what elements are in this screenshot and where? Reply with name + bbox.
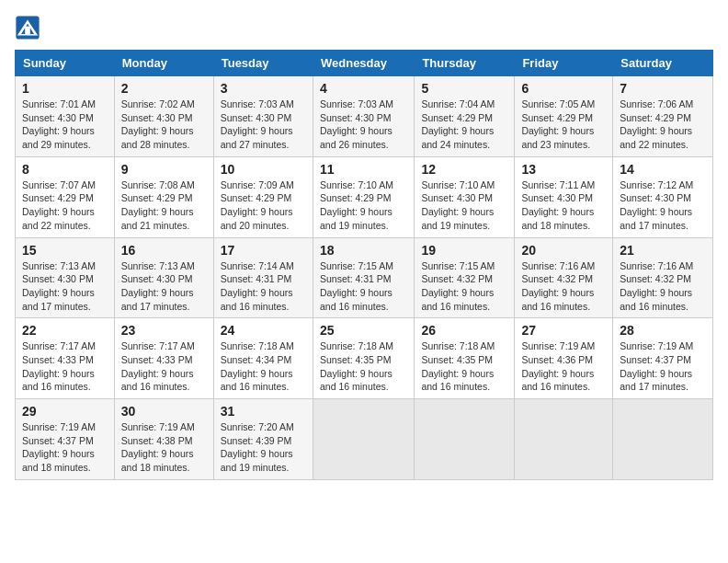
day-header-sunday: Sunday xyxy=(16,51,115,76)
calendar-cell: 17 Sunrise: 7:14 AMSunset: 4:31 PMDaylig… xyxy=(213,237,313,318)
day-info: Sunrise: 7:17 AMSunset: 4:33 PMDaylight:… xyxy=(22,339,108,394)
calendar-cell: 15 Sunrise: 7:13 AMSunset: 4:30 PMDaylig… xyxy=(16,237,115,318)
day-number: 29 xyxy=(22,404,108,419)
calendar-week-3: 15 Sunrise: 7:13 AMSunset: 4:30 PMDaylig… xyxy=(16,237,713,318)
day-number: 22 xyxy=(22,323,108,338)
day-info: Sunrise: 7:15 AMSunset: 4:32 PMDaylight:… xyxy=(421,259,507,314)
day-number: 28 xyxy=(620,323,706,338)
logo-icon xyxy=(15,15,40,40)
calendar-cell: 30 Sunrise: 7:19 AMSunset: 4:38 PMDaylig… xyxy=(114,399,213,480)
day-number: 27 xyxy=(521,323,606,338)
day-number: 25 xyxy=(320,323,407,338)
day-number: 19 xyxy=(421,243,507,258)
calendar-cell: 10 Sunrise: 7:09 AMSunset: 4:29 PMDaylig… xyxy=(213,156,313,237)
day-number: 3 xyxy=(221,81,306,96)
calendar-cell: 24 Sunrise: 7:18 AMSunset: 4:34 PMDaylig… xyxy=(213,318,313,399)
day-info: Sunrise: 7:14 AMSunset: 4:31 PMDaylight:… xyxy=(221,259,306,314)
day-number: 18 xyxy=(320,243,407,258)
day-info: Sunrise: 7:03 AMSunset: 4:30 PMDaylight:… xyxy=(221,98,306,152)
calendar-cell: 16 Sunrise: 7:13 AMSunset: 4:30 PMDaylig… xyxy=(114,237,213,318)
day-info: Sunrise: 7:09 AMSunset: 4:29 PMDaylight:… xyxy=(221,178,306,233)
calendar-cell: 20 Sunrise: 7:16 AMSunset: 4:32 PMDaylig… xyxy=(515,237,613,318)
day-info: Sunrise: 7:05 AMSunset: 4:29 PMDaylight:… xyxy=(521,98,606,152)
day-info: Sunrise: 7:16 AMSunset: 4:32 PMDaylight:… xyxy=(620,259,706,314)
day-number: 13 xyxy=(521,162,606,177)
day-number: 6 xyxy=(521,81,606,96)
calendar-cell: 5 Sunrise: 7:04 AMSunset: 4:29 PMDayligh… xyxy=(415,76,515,157)
day-header-tuesday: Tuesday xyxy=(213,51,313,76)
day-header-thursday: Thursday xyxy=(415,51,515,76)
day-info: Sunrise: 7:11 AMSunset: 4:30 PMDaylight:… xyxy=(521,178,606,233)
day-info: Sunrise: 7:02 AMSunset: 4:30 PMDaylight:… xyxy=(121,98,207,152)
day-info: Sunrise: 7:06 AMSunset: 4:29 PMDaylight:… xyxy=(620,98,706,152)
day-info: Sunrise: 7:01 AMSunset: 4:30 PMDaylight:… xyxy=(22,98,108,152)
calendar-cell: 7 Sunrise: 7:06 AMSunset: 4:29 PMDayligh… xyxy=(613,76,713,157)
day-number: 10 xyxy=(221,162,306,177)
day-number: 2 xyxy=(121,81,207,96)
day-header-friday: Friday xyxy=(515,51,613,76)
calendar-cell xyxy=(613,399,713,480)
day-info: Sunrise: 7:10 AMSunset: 4:29 PMDaylight:… xyxy=(320,178,407,233)
calendar-cell: 4 Sunrise: 7:03 AMSunset: 4:30 PMDayligh… xyxy=(313,76,414,157)
calendar-cell: 21 Sunrise: 7:16 AMSunset: 4:32 PMDaylig… xyxy=(613,237,713,318)
calendar-cell: 27 Sunrise: 7:19 AMSunset: 4:36 PMDaylig… xyxy=(515,318,613,399)
day-number: 4 xyxy=(320,81,407,96)
svg-rect-3 xyxy=(25,27,30,34)
day-number: 30 xyxy=(121,404,207,419)
day-header-wednesday: Wednesday xyxy=(313,51,414,76)
day-info: Sunrise: 7:19 AMSunset: 4:36 PMDaylight:… xyxy=(521,339,606,394)
day-info: Sunrise: 7:17 AMSunset: 4:33 PMDaylight:… xyxy=(121,339,207,394)
day-number: 31 xyxy=(221,404,306,419)
day-number: 24 xyxy=(221,323,306,338)
day-number: 23 xyxy=(121,323,207,338)
calendar-week-5: 29 Sunrise: 7:19 AMSunset: 4:37 PMDaylig… xyxy=(16,399,713,480)
day-number: 16 xyxy=(121,243,207,258)
day-number: 7 xyxy=(620,81,706,96)
day-number: 17 xyxy=(221,243,306,258)
calendar-week-4: 22 Sunrise: 7:17 AMSunset: 4:33 PMDaylig… xyxy=(16,318,713,399)
calendar-cell: 13 Sunrise: 7:11 AMSunset: 4:30 PMDaylig… xyxy=(515,156,613,237)
day-number: 9 xyxy=(121,162,207,177)
day-info: Sunrise: 7:04 AMSunset: 4:29 PMDaylight:… xyxy=(421,98,507,152)
calendar-cell xyxy=(515,399,613,480)
day-number: 12 xyxy=(421,162,507,177)
day-number: 5 xyxy=(421,81,507,96)
calendar-cell: 9 Sunrise: 7:08 AMSunset: 4:29 PMDayligh… xyxy=(114,156,213,237)
day-info: Sunrise: 7:19 AMSunset: 4:37 PMDaylight:… xyxy=(22,420,108,475)
day-info: Sunrise: 7:10 AMSunset: 4:30 PMDaylight:… xyxy=(421,178,507,233)
calendar-cell: 28 Sunrise: 7:19 AMSunset: 4:37 PMDaylig… xyxy=(613,318,713,399)
calendar-cell: 23 Sunrise: 7:17 AMSunset: 4:33 PMDaylig… xyxy=(114,318,213,399)
day-info: Sunrise: 7:03 AMSunset: 4:30 PMDaylight:… xyxy=(320,98,407,152)
header-row: SundayMondayTuesdayWednesdayThursdayFrid… xyxy=(16,51,713,76)
day-info: Sunrise: 7:13 AMSunset: 4:30 PMDaylight:… xyxy=(22,259,108,314)
calendar-cell: 18 Sunrise: 7:15 AMSunset: 4:31 PMDaylig… xyxy=(313,237,414,318)
calendar-cell: 26 Sunrise: 7:18 AMSunset: 4:35 PMDaylig… xyxy=(415,318,515,399)
calendar-cell: 31 Sunrise: 7:20 AMSunset: 4:39 PMDaylig… xyxy=(213,399,313,480)
day-info: Sunrise: 7:16 AMSunset: 4:32 PMDaylight:… xyxy=(521,259,606,314)
day-number: 1 xyxy=(22,81,108,96)
day-info: Sunrise: 7:15 AMSunset: 4:31 PMDaylight:… xyxy=(320,259,407,314)
day-number: 11 xyxy=(320,162,407,177)
logo xyxy=(15,15,44,40)
calendar-cell: 25 Sunrise: 7:18 AMSunset: 4:35 PMDaylig… xyxy=(313,318,414,399)
calendar-cell: 22 Sunrise: 7:17 AMSunset: 4:33 PMDaylig… xyxy=(16,318,115,399)
day-info: Sunrise: 7:13 AMSunset: 4:30 PMDaylight:… xyxy=(121,259,207,314)
day-info: Sunrise: 7:08 AMSunset: 4:29 PMDaylight:… xyxy=(121,178,207,233)
day-header-saturday: Saturday xyxy=(613,51,713,76)
calendar-week-2: 8 Sunrise: 7:07 AMSunset: 4:29 PMDayligh… xyxy=(16,156,713,237)
day-number: 21 xyxy=(620,243,706,258)
calendar-cell: 3 Sunrise: 7:03 AMSunset: 4:30 PMDayligh… xyxy=(213,76,313,157)
day-number: 14 xyxy=(620,162,706,177)
day-info: Sunrise: 7:19 AMSunset: 4:38 PMDaylight:… xyxy=(121,420,207,475)
calendar-cell: 1 Sunrise: 7:01 AMSunset: 4:30 PMDayligh… xyxy=(16,76,115,157)
day-info: Sunrise: 7:18 AMSunset: 4:35 PMDaylight:… xyxy=(320,339,407,394)
day-info: Sunrise: 7:18 AMSunset: 4:34 PMDaylight:… xyxy=(221,339,306,394)
day-number: 20 xyxy=(521,243,606,258)
day-header-monday: Monday xyxy=(114,51,213,76)
day-number: 8 xyxy=(22,162,108,177)
calendar-cell: 6 Sunrise: 7:05 AMSunset: 4:29 PMDayligh… xyxy=(515,76,613,157)
calendar-cell xyxy=(313,399,414,480)
day-info: Sunrise: 7:18 AMSunset: 4:35 PMDaylight:… xyxy=(421,339,507,394)
day-info: Sunrise: 7:12 AMSunset: 4:30 PMDaylight:… xyxy=(620,178,706,233)
day-info: Sunrise: 7:19 AMSunset: 4:37 PMDaylight:… xyxy=(620,339,706,394)
